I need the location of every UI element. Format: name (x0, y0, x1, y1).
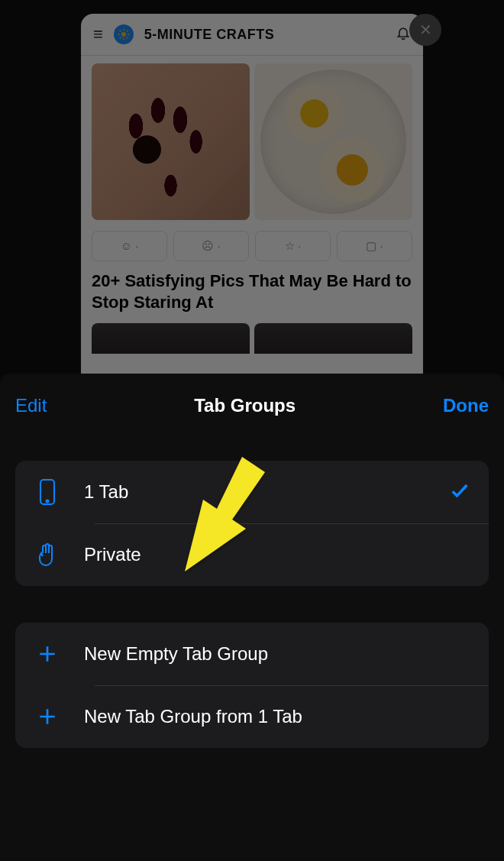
hamburger-icon[interactable]: ≡ (93, 24, 103, 44)
new-tab-group-from[interactable]: New Tab Group from 1 Tab (15, 685, 489, 748)
page-title: 5-MINUTE CRAFTS (144, 27, 385, 43)
row-label: New Tab Group from 1 Tab (84, 706, 470, 727)
svg-point-11 (47, 500, 49, 503)
new-group-list: New Empty Tab Group New Tab Group from 1… (15, 623, 489, 748)
article-image-4 (254, 323, 412, 354)
reaction-bar: ☺ · ☹ · ☆ · ▢ · (81, 228, 423, 264)
edit-button[interactable]: Edit (15, 395, 47, 416)
article-image-right (254, 63, 412, 220)
reaction-smile[interactable]: ☺ · (92, 231, 167, 261)
row-label: New Empty Tab Group (84, 643, 470, 665)
svg-line-5 (120, 31, 121, 32)
row-label: 1 Tab (84, 481, 426, 503)
done-button[interactable]: Done (443, 395, 489, 416)
checkmark-icon (449, 480, 470, 504)
plus-icon (34, 707, 61, 727)
reaction-sad[interactable]: ☹ · (173, 231, 249, 261)
tab-group-row-private[interactable]: Private (15, 523, 489, 586)
sheet-header: Edit Tab Groups Done (15, 395, 489, 416)
row-label: Private (84, 544, 470, 565)
close-icon[interactable]: ✕ (409, 14, 441, 46)
bell-icon[interactable] (396, 25, 411, 44)
article-images (81, 56, 423, 228)
plus-icon (34, 644, 61, 664)
svg-line-7 (120, 37, 121, 39)
svg-line-6 (127, 37, 128, 39)
tab-group-row-tabs[interactable]: 1 Tab (15, 461, 489, 523)
sun-icon (114, 24, 134, 44)
tab-card-header: ≡ 5-MINUTE CRAFTS (81, 14, 423, 56)
reaction-comment[interactable]: ▢ · (337, 231, 412, 261)
svg-point-0 (121, 32, 126, 37)
tab-groups-list: 1 Tab Private (15, 461, 489, 586)
tab-preview-card[interactable]: ≡ 5-MINUTE CRAFTS ☺ · ☹ · ☆ · ▢ · 20+ Sa… (81, 14, 423, 388)
hand-icon (34, 542, 61, 567)
article-image-left (92, 63, 250, 220)
article-image-3 (92, 323, 250, 354)
tab-groups-sheet: Edit Tab Groups Done 1 Tab Private New E… (0, 374, 504, 861)
sheet-title: Tab Groups (194, 395, 296, 416)
article-title[interactable]: 20+ Satisfying Pics That May Be Hard to … (81, 264, 423, 316)
new-empty-tab-group[interactable]: New Empty Tab Group (15, 623, 489, 685)
svg-line-8 (127, 31, 128, 32)
reaction-star[interactable]: ☆ · (255, 231, 331, 261)
article-images-row2 (81, 316, 423, 354)
phone-icon (34, 478, 61, 506)
